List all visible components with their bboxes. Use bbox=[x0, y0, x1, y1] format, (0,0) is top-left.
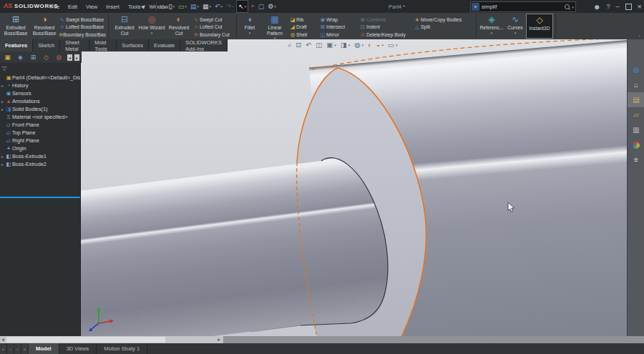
new-document-button[interactable]: ▯▾ bbox=[167, 1, 175, 12]
tab-sketch[interactable]: Sketch bbox=[33, 39, 60, 51]
configuration-manager-tab-icon[interactable]: ⊞ bbox=[27, 54, 39, 61]
save-button[interactable]: ▤▾ bbox=[189, 1, 200, 12]
extruded-boss-base-button[interactable]: ⊞ Extruded Boss/Base bbox=[1, 14, 30, 39]
tree-item-sensors[interactable]: ◉ Sensors bbox=[0, 89, 80, 97]
rollback-bar[interactable] bbox=[0, 197, 80, 198]
tree-item-front-plane[interactable]: ▱ Front Plane bbox=[0, 121, 80, 129]
tab-solidworks-add-ins[interactable]: SOLIDWORKS Add-Ins bbox=[180, 39, 228, 51]
user-account-icon[interactable]: ☻ bbox=[593, 3, 601, 11]
redo-button[interactable]: ↷▾ bbox=[225, 1, 235, 12]
viewport-canvas[interactable] bbox=[79, 39, 627, 336]
tab-scroll-last-icon[interactable]: » bbox=[21, 343, 29, 354]
menu-insert[interactable]: Insert bbox=[102, 2, 123, 11]
expander-icon[interactable]: ▸ bbox=[0, 84, 5, 88]
zoom-to-area-icon[interactable]: ⊡ bbox=[296, 39, 301, 50]
previous-view-icon[interactable]: ↶ bbox=[306, 39, 311, 50]
combine-button[interactable]: ⊞Combine bbox=[359, 16, 414, 24]
tab-sheet-metal[interactable]: Sheet Metal bbox=[60, 39, 89, 51]
view-palette-icon[interactable]: ▥ bbox=[628, 122, 644, 137]
zoom-to-fit-icon[interactable]: ⌕ bbox=[288, 39, 291, 50]
display-manager-tab-icon[interactable]: ◍ bbox=[53, 54, 65, 61]
revolved-cut-button[interactable]: ◐ Revolved Cut bbox=[165, 14, 192, 39]
menu-edit[interactable]: Edit bbox=[64, 2, 81, 11]
tree-item-boss-extrude2[interactable]: ▸ ◧ Boss-Extrude2 bbox=[0, 160, 80, 168]
custom-properties-icon[interactable]: ≡ bbox=[628, 152, 644, 167]
view-orientation-icon[interactable]: ▣ bbox=[326, 39, 333, 50]
boundary-cut-button[interactable]: ≋Boundary Cut bbox=[192, 31, 234, 39]
tab-evaluate[interactable]: Evaluate bbox=[149, 39, 180, 51]
swept-boss-base-button[interactable]: ∿Swept Boss/Base bbox=[59, 16, 106, 24]
tree-item-top-plane[interactable]: ▱ Top Plane bbox=[0, 129, 80, 137]
tab-motion-study-1[interactable]: Motion Study 1 bbox=[97, 343, 147, 354]
search-box[interactable]: » simplif ▾ bbox=[470, 1, 576, 12]
feature-manager-tab-icon[interactable]: ▣ bbox=[1, 54, 14, 61]
draft-button[interactable]: ◢Draft bbox=[289, 24, 319, 31]
tab-surfaces[interactable]: Surfaces bbox=[117, 39, 149, 51]
extruded-cut-button[interactable]: ⊟ Extruded Cut bbox=[111, 14, 138, 39]
rib-button[interactable]: ◪Rib bbox=[289, 16, 319, 24]
tree-root-part[interactable]: ▣ Part4 (Default<<Default>_Dis bbox=[0, 74, 80, 82]
hide-show-items-icon[interactable]: ◍ bbox=[354, 39, 360, 50]
home-icon[interactable]: ⌂ bbox=[628, 77, 644, 92]
menu-file[interactable]: File bbox=[47, 2, 63, 11]
graphics-viewport[interactable]: ⌕ ⊡ ↶ ◫ ▣▾ ◨▾ ◍▾ ◐ ◒▾ ▭▾ bbox=[79, 39, 627, 336]
close-button[interactable]: × bbox=[638, 2, 642, 11]
search-scope-icon[interactable]: » bbox=[472, 3, 479, 11]
tab-mold-tools[interactable]: Mold Tools bbox=[89, 39, 117, 51]
section-view-icon[interactable]: ◫ bbox=[316, 39, 322, 50]
edit-appearance-icon[interactable]: ◐ bbox=[368, 39, 372, 50]
property-manager-tab-icon[interactable]: ◈ bbox=[14, 54, 26, 61]
apply-scene-icon[interactable]: ◒ bbox=[376, 39, 381, 50]
scroll-left-arrow-icon[interactable]: ◂ bbox=[0, 337, 6, 343]
tab-scroll-first-icon[interactable]: « bbox=[0, 343, 7, 354]
tab-features[interactable]: Features bbox=[0, 39, 33, 51]
mirror-button[interactable]: ◫Mirror bbox=[319, 31, 359, 39]
open-document-button[interactable]: ▭▾ bbox=[177, 1, 188, 12]
expander-icon[interactable]: ▸ bbox=[0, 154, 5, 159]
tree-item-right-plane[interactable]: ▱ Right Plane bbox=[0, 137, 80, 144]
revolved-boss-base-button[interactable]: ◑ Revolved Boss/Base bbox=[30, 14, 59, 39]
filter-icon[interactable]: ▽ bbox=[2, 65, 6, 72]
file-properties-button[interactable]: ▢ bbox=[257, 1, 266, 12]
scroll-right-arrow-icon[interactable]: ▸ bbox=[216, 337, 222, 343]
lofted-boss-base-button[interactable]: ≈Lofted Boss/Base bbox=[59, 24, 106, 31]
curves-button[interactable]: ∿ Curves ▾ bbox=[504, 14, 526, 39]
shell-button[interactable]: ◍Shell bbox=[289, 31, 319, 39]
split-button[interactable]: △Split bbox=[414, 24, 474, 31]
tree-item-boss-extrude1[interactable]: ▸ ◧ Boss-Extrude1 bbox=[0, 152, 80, 160]
tree-item-history[interactable]: ▸ ◔ History bbox=[0, 82, 80, 89]
dimxpert-manager-tab-icon[interactable]: ◇ bbox=[40, 54, 52, 61]
tab-scroll-next-icon[interactable]: › bbox=[14, 343, 21, 354]
options-button[interactable]: ⚙▾ bbox=[266, 1, 278, 12]
solidworks-resources-icon[interactable]: ◍ bbox=[628, 62, 644, 77]
expander-icon[interactable]: ▸ bbox=[0, 162, 5, 167]
tree-item-annotations[interactable]: ▸ ▲ Annotations bbox=[0, 97, 80, 105]
swept-cut-button[interactable]: ∿Swept Cut bbox=[192, 16, 234, 24]
tab-scroll-prev-icon[interactable]: ‹ bbox=[7, 343, 14, 354]
design-library-icon[interactable]: ▤ bbox=[628, 92, 644, 107]
search-input[interactable]: simplif bbox=[482, 4, 565, 10]
reference-geometry-button[interactable]: ◈ Referenc... ▾ bbox=[479, 14, 504, 39]
rebuild-button[interactable]: ◓ bbox=[249, 1, 255, 12]
manager-tab-left-arrow-icon[interactable]: ◂ bbox=[67, 54, 72, 61]
menu-view[interactable]: View bbox=[82, 2, 101, 11]
linear-pattern-button[interactable]: ▦ Linear Pattern ▾ bbox=[260, 14, 289, 39]
select-button[interactable]: ↖▾ bbox=[236, 0, 248, 13]
tree-item-solid-bodies[interactable]: ▸ ◨ Solid Bodies(1) bbox=[0, 105, 80, 113]
expander-icon[interactable]: ▸ bbox=[0, 107, 5, 112]
manager-tab-right-arrow-icon[interactable]: ▸ bbox=[74, 54, 79, 61]
tree-item-origin[interactable]: + Origin bbox=[0, 144, 80, 152]
print-button[interactable]: ▦▾ bbox=[201, 1, 213, 12]
display-style-icon[interactable]: ◨ bbox=[341, 39, 347, 50]
appearances-scenes-icon[interactable] bbox=[628, 137, 644, 152]
scrollbar-thumb[interactable] bbox=[6, 337, 165, 343]
indent-button[interactable]: ⊡Indent bbox=[359, 24, 414, 31]
hole-wizard-button[interactable]: ◎ Hole Wizard ▾ bbox=[138, 14, 165, 39]
move-copy-bodies-button[interactable]: ∗Move/Copy Bodies bbox=[414, 16, 474, 24]
boundary-boss-base-button[interactable]: ≋Boundary Boss/Base bbox=[59, 31, 106, 39]
intersect-button[interactable]: ⊠Intersect bbox=[319, 24, 359, 31]
scrollbar-track[interactable]: ◂ ▸ bbox=[0, 336, 223, 343]
view-settings-icon[interactable]: ▭ bbox=[388, 39, 394, 50]
wrap-button[interactable]: ◉Wrap bbox=[319, 16, 359, 24]
tree-item-material[interactable]: Ξ Material <not specified> bbox=[0, 113, 80, 121]
